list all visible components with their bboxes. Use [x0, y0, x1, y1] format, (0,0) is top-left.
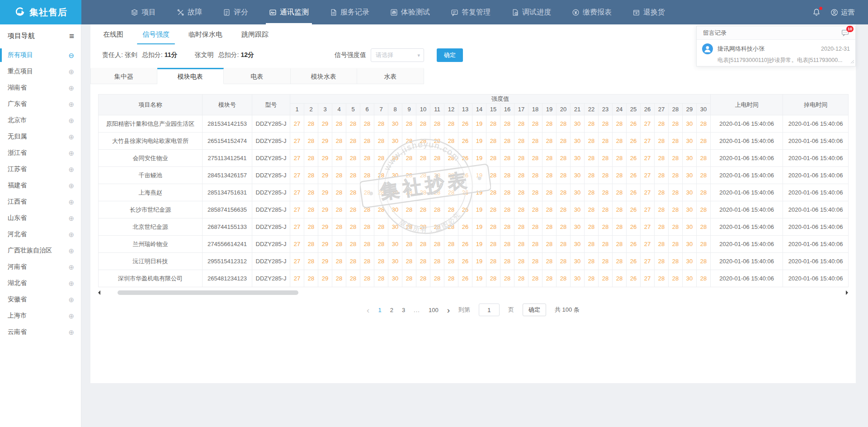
sidebar-item-17[interactable]: 云南省⊕ [0, 324, 81, 340]
message-bubble-button[interactable]: 10 [841, 29, 849, 37]
sidebar-item-14[interactable]: 湖北省⊕ [0, 275, 81, 291]
cell-strength: 28 [374, 253, 388, 270]
app-logo[interactable]: 集社售后 [0, 0, 81, 24]
cell-strength: 29 [318, 184, 332, 201]
nav-item-6[interactable]: 答复管理 [440, 0, 501, 24]
page-number-3[interactable]: 3 [402, 307, 405, 313]
sidebar-item-4[interactable]: 北京市⊕ [0, 112, 81, 128]
sidebar-item-13[interactable]: 河南省⊕ [0, 259, 81, 275]
cell-strength: 30 [388, 253, 402, 270]
nav-item-0[interactable]: 项目 [120, 0, 166, 24]
nav-right: 运营 [812, 0, 868, 24]
sidebar-item-15[interactable]: 安徽省⊕ [0, 291, 81, 308]
table-row[interactable]: 长沙市世纪金源 285874156635 DDZY285-J 272829282… [99, 201, 849, 218]
table-row[interactable]: 北京世纪金源 268744155133 DDZY285-J 2728292828… [99, 218, 849, 236]
nav-item-1[interactable]: 故障 [166, 0, 212, 24]
cell-strength: 28 [557, 184, 571, 201]
table-row[interactable]: 沅江明日科技 295515412312 DDZY285-J 2728292828… [99, 253, 849, 270]
table-row[interactable]: 千亩鳗池 284513426157 DDZY285-J 272829282828… [99, 167, 849, 184]
subtab-4[interactable]: 水表 [357, 68, 424, 84]
plus-circle-icon[interactable]: ⊕ [68, 68, 74, 75]
notification-bell[interactable] [812, 8, 821, 16]
plus-circle-icon[interactable]: ⊕ [68, 199, 74, 205]
plus-circle-icon[interactable]: ⊕ [68, 85, 74, 91]
sidebar-item-8[interactable]: 福建省⊕ [0, 177, 81, 194]
plus-circle-icon[interactable]: ⊕ [68, 280, 74, 287]
strength-select[interactable]: 请选择 ▾ [371, 48, 424, 62]
nav-item-9[interactable]: 退换货 [622, 0, 675, 24]
sidebar-item-3[interactable]: 广东省⊕ [0, 96, 81, 112]
strength-col-23: 23 [599, 104, 613, 115]
hamburger-icon[interactable]: ≡ [69, 32, 74, 40]
nav-item-8[interactable]: 缴费报表 [561, 0, 622, 24]
owner1-label: 责任人: 张剑 [102, 51, 137, 59]
plus-circle-icon[interactable]: ⊕ [68, 101, 74, 108]
next-page-button[interactable]: › [447, 306, 450, 314]
table-row[interactable]: 原阳精密计量和信息产业园生活区 281534142153 DDZY285-J 2… [99, 115, 849, 133]
tab-2[interactable]: 临时保水电 [188, 25, 223, 44]
user-menu[interactable]: 运营 [830, 8, 854, 17]
table-row[interactable]: 深圳市华盈机电有限公司 265481234123 DDZY285-J 27282… [99, 270, 849, 287]
sidebar-item-label: 云南省 [8, 328, 27, 336]
sidebar-item-9[interactable]: 江西省⊕ [0, 194, 81, 210]
message-text: 电表[511793000110]抄读异常。电表[511793000... [717, 57, 850, 64]
nav-item-5[interactable]: 体验测试 [380, 0, 440, 24]
minus-circle-icon[interactable]: ⊖ [68, 52, 74, 59]
cell-strength: 28 [599, 150, 613, 167]
plus-circle-icon[interactable]: ⊕ [68, 166, 74, 173]
cell-strength: 28 [360, 218, 374, 236]
scrollbar-thumb[interactable] [118, 290, 298, 295]
plus-circle-icon[interactable]: ⊕ [68, 264, 74, 270]
prev-page-button[interactable]: ‹ [367, 306, 369, 314]
sidebar-item-6[interactable]: 浙江省⊕ [0, 145, 81, 161]
table-row[interactable]: 兰州瑞岭物业 274556614241 DDZY285-J 2728292828… [99, 236, 849, 253]
plus-circle-icon[interactable]: ⊕ [68, 296, 74, 303]
nav-item-7[interactable]: 调试进度 [501, 0, 561, 24]
plus-circle-icon[interactable]: ⊕ [68, 231, 74, 238]
sidebar-item-1[interactable]: 重点项目⊕ [0, 63, 81, 80]
nav-item-4[interactable]: 服务记录 [319, 0, 380, 24]
sidebar-item-11[interactable]: 河北省⊕ [0, 226, 81, 242]
plus-circle-icon[interactable]: ⊕ [68, 215, 74, 222]
horizontal-scrollbar [98, 290, 848, 295]
plus-circle-icon[interactable]: ⊕ [68, 117, 74, 124]
scrollbar-track[interactable] [103, 290, 843, 295]
cell-strength: 28 [697, 184, 711, 201]
sidebar-item-0[interactable]: 所有项目⊖ [0, 47, 81, 63]
subtab-1[interactable]: 模块电表 [157, 68, 224, 84]
page-number-1[interactable]: 1 [378, 307, 381, 313]
cell-strength: 28 [697, 115, 711, 133]
sidebar-item-2[interactable]: 湖南省⊕ [0, 80, 81, 96]
plus-circle-icon[interactable]: ⊕ [68, 150, 74, 157]
confirm-button[interactable]: 确定 [437, 48, 463, 62]
subtab-2[interactable]: 电表 [224, 68, 291, 84]
table-row[interactable]: 上海燕赵 285134751631 DDZY285-J 272829282828… [99, 184, 849, 201]
table-row[interactable]: 会同安住物业 275113412541 DDZY285-J 2728292828… [99, 150, 849, 167]
sidebar-item-7[interactable]: 江苏省⊕ [0, 161, 81, 177]
table-row[interactable]: 大竹县徐家沟电站欧家电管所 265154152474 DDZY285-J 272… [99, 133, 849, 150]
resize-handle-icon[interactable] [850, 57, 854, 66]
plus-circle-icon[interactable]: ⊕ [68, 329, 74, 336]
sidebar-item-5[interactable]: 无归属⊕ [0, 128, 81, 145]
goto-page-input[interactable] [479, 304, 500, 316]
nav-item-2[interactable]: 评分 [212, 0, 259, 24]
scroll-right-arrow-icon[interactable] [846, 290, 848, 295]
message-item[interactable]: 捷讯网络科技小张 2020-12-31 电表[511793000110]抄读异常… [697, 40, 855, 66]
page-number-2[interactable]: 2 [390, 307, 393, 313]
nav-item-3[interactable]: 通讯监测 [259, 0, 319, 24]
plus-circle-icon[interactable]: ⊕ [68, 313, 74, 319]
subtab-0[interactable]: 集中器 [90, 68, 157, 84]
sidebar-item-16[interactable]: 上海市⊕ [0, 308, 81, 324]
page-number-100[interactable]: 100 [429, 307, 439, 313]
sidebar-item-10[interactable]: 山东省⊕ [0, 210, 81, 226]
tab-1[interactable]: 信号强度 [142, 25, 170, 44]
plus-circle-icon[interactable]: ⊕ [68, 133, 74, 140]
tab-3[interactable]: 跳闸跟踪 [241, 25, 269, 44]
tab-0[interactable]: 在线图 [102, 25, 124, 44]
plus-circle-icon[interactable]: ⊕ [68, 182, 74, 189]
subtab-3[interactable]: 模块水表 [291, 68, 358, 84]
scroll-left-arrow-icon[interactable] [98, 290, 100, 295]
sidebar-item-12[interactable]: 广西壮族自治区⊕ [0, 242, 81, 259]
goto-confirm-button[interactable]: 确定 [523, 304, 546, 316]
plus-circle-icon[interactable]: ⊕ [68, 247, 74, 254]
